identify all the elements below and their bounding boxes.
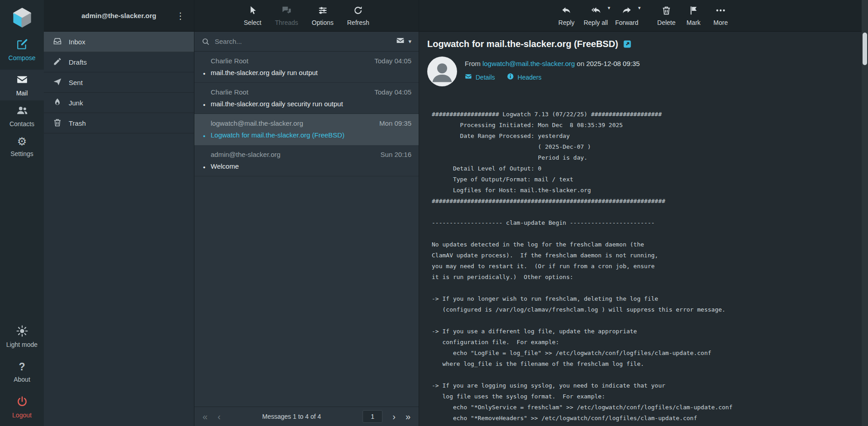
- headers-label: Headers: [518, 74, 542, 81]
- sidebar-item-label: Light mode: [6, 341, 38, 348]
- scrollbar-thumb[interactable]: [863, 33, 867, 65]
- message-list: Charlie Root Today 04:05 ● mail.the-slac…: [194, 52, 419, 407]
- options-button[interactable]: Options: [312, 5, 334, 26]
- pencil-icon: [53, 57, 62, 67]
- delete-button[interactable]: Delete: [656, 5, 676, 26]
- select-button[interactable]: Select: [244, 5, 261, 26]
- gear-icon: ⚙: [17, 136, 27, 147]
- details-link[interactable]: Details: [465, 73, 495, 81]
- search-scope-dropdown[interactable]: ▾: [396, 36, 411, 47]
- folder-item-drafts[interactable]: Drafts: [44, 52, 194, 72]
- message-subject-header: Logwatch for mail.the-slacker.org (FreeB…: [427, 39, 859, 49]
- message-row[interactable]: admin@the-slacker.org Sun 20:16 ● Welcom…: [194, 145, 419, 176]
- on-label: on: [577, 60, 585, 67]
- prev-page-icon[interactable]: ‹: [217, 412, 221, 421]
- about-button[interactable]: ? About: [0, 356, 44, 387]
- cube-logo-icon: [12, 7, 33, 30]
- toolbar-label: Options: [312, 19, 334, 26]
- logout-button[interactable]: Logout: [0, 392, 44, 422]
- sidebar-item-settings[interactable]: ⚙ Settings: [0, 131, 44, 162]
- toolbar-label: More: [713, 19, 728, 26]
- last-page-icon[interactable]: »: [406, 412, 410, 421]
- account-header: admin@the-slacker.org ⋮: [44, 0, 194, 32]
- flag-icon: [689, 5, 698, 17]
- message-meta: From logwatch@mail.the-slacker.org on 20…: [465, 57, 640, 81]
- message-row-selected[interactable]: logwatch@mail.the-slacker.org Mon 09:35 …: [194, 114, 419, 145]
- folder-list: Inbox Drafts Sent: [44, 32, 194, 133]
- headers-link[interactable]: Headers: [507, 73, 542, 81]
- ellipsis-icon: [716, 5, 726, 17]
- sender-email-link[interactable]: logwatch@mail.the-slacker.org: [482, 60, 575, 67]
- power-icon: [16, 396, 28, 409]
- external-link-icon[interactable]: [623, 40, 632, 48]
- toolbar-label: Forward: [615, 19, 638, 26]
- message-toolbar: Reply ▾ Reply all ▾ F: [419, 0, 868, 32]
- reply-all-button[interactable]: ▾ Reply all: [584, 5, 608, 26]
- toolbar-label: Mark: [686, 19, 700, 26]
- folder-label: Junk: [69, 99, 83, 107]
- toolbar-label: Reply all: [584, 19, 608, 26]
- contacts-icon: [16, 104, 28, 118]
- more-button[interactable]: More: [711, 5, 731, 26]
- scrollbar-track[interactable]: [862, 0, 868, 426]
- sidebar-item-compose[interactable]: Compose: [0, 34, 44, 65]
- unread-dot-icon: ●: [203, 71, 205, 76]
- toolbar-label: Refresh: [347, 19, 369, 26]
- message-subject: mail.the-slacker.org daily security run …: [211, 100, 411, 108]
- message-view: Logwatch for mail.the-slacker.org (FreeB…: [419, 32, 868, 426]
- app-logo[interactable]: [0, 3, 44, 34]
- unread-dot-icon: ●: [203, 134, 205, 138]
- reply-button[interactable]: Reply: [557, 5, 576, 26]
- folder-actions-menu-icon[interactable]: ⋮: [173, 9, 188, 22]
- sidebar-item-label: Settings: [10, 150, 33, 157]
- subject-text: Logwatch for mail.the-slacker.org (FreeB…: [427, 39, 618, 49]
- message-header: From logwatch@mail.the-slacker.org on 20…: [427, 57, 859, 86]
- from-label: From: [465, 60, 481, 67]
- message-date: 2025-12-08 09:35: [586, 60, 640, 67]
- chevron-down-icon[interactable]: ▾: [638, 5, 641, 11]
- sidebar-item-contacts[interactable]: Contacts: [0, 100, 44, 131]
- folder-item-trash[interactable]: Trash: [44, 113, 194, 133]
- forward-icon: [622, 5, 632, 17]
- folder-label: Sent: [69, 79, 83, 86]
- message-row[interactable]: Charlie Root Today 04:05 ● mail.the-slac…: [194, 83, 419, 114]
- forward-button[interactable]: ▾ Forward: [615, 5, 638, 26]
- flame-icon: [53, 98, 62, 108]
- sidebar-item-label: Mail: [16, 90, 28, 97]
- message-from: Charlie Root: [211, 88, 248, 96]
- sidebar-item-label: Logout: [12, 412, 32, 419]
- folders-pane: admin@the-slacker.org ⋮ Inbox: [44, 0, 194, 426]
- refresh-button[interactable]: Refresh: [347, 5, 369, 26]
- message-row[interactable]: Charlie Root Today 04:05 ● mail.the-slac…: [194, 52, 419, 83]
- chevron-down-icon[interactable]: ▾: [608, 5, 610, 11]
- mail-icon: [16, 74, 28, 87]
- message-body: ################### Logwatch 7.13 (07/22…: [427, 109, 859, 424]
- list-toolbar: Select Threads Options: [194, 0, 419, 32]
- folder-item-junk[interactable]: Junk: [44, 93, 194, 113]
- cursor-icon: [248, 5, 258, 17]
- message-subject: Logwatch for mail.the-slacker.org (FreeB…: [211, 131, 411, 139]
- sidebar-item-mail[interactable]: Mail: [0, 70, 44, 100]
- inbox-icon: [53, 37, 62, 47]
- mark-button[interactable]: Mark: [684, 5, 703, 26]
- folder-item-inbox[interactable]: Inbox: [44, 32, 194, 52]
- light-mode-toggle[interactable]: Light mode: [0, 321, 44, 352]
- search-input[interactable]: [215, 38, 391, 45]
- message-date: Today 04:05: [374, 57, 411, 65]
- account-email: admin@the-slacker.org: [81, 12, 156, 19]
- sun-icon: [16, 325, 28, 338]
- folder-item-sent[interactable]: Sent: [44, 72, 194, 93]
- threads-button[interactable]: Threads: [275, 5, 298, 26]
- first-page-icon[interactable]: «: [203, 412, 208, 421]
- page-number-input[interactable]: [363, 410, 382, 423]
- envelope-icon: [465, 73, 472, 81]
- trash-icon: [661, 5, 671, 17]
- unread-dot-icon: ●: [203, 165, 205, 170]
- toolbar-label: Threads: [275, 19, 298, 26]
- taskbar-bottom: Light mode ? About Logout: [0, 321, 44, 422]
- search-icon: [202, 38, 210, 46]
- reply-all-icon: [591, 5, 601, 17]
- next-page-icon[interactable]: ›: [392, 412, 396, 421]
- message-list-pane: Select Threads Options: [194, 0, 419, 426]
- folder-label: Inbox: [69, 38, 85, 46]
